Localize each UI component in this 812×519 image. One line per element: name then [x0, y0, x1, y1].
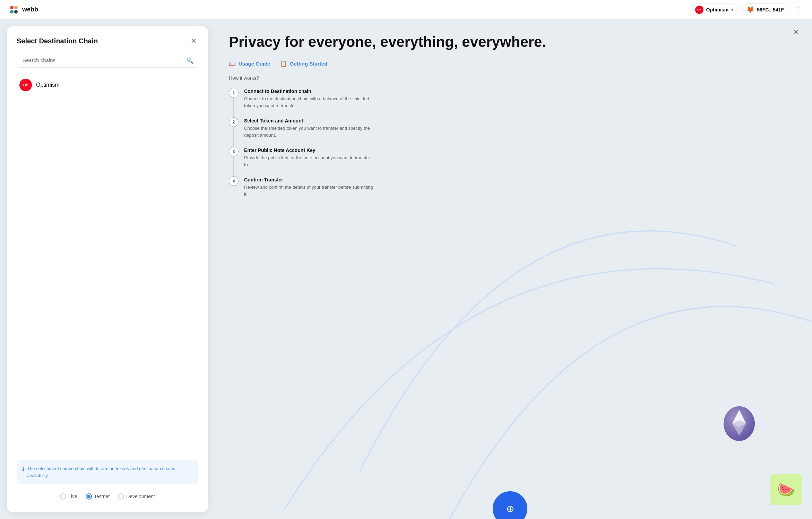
step-1-title: Connect to Destination chain — [244, 88, 376, 94]
wallet-address: 58FC...541F — [757, 7, 784, 12]
search-input[interactable] — [17, 53, 198, 68]
radio-development-label: Development — [126, 494, 155, 499]
panel-close-icon: ✕ — [793, 28, 799, 36]
getting-started-link[interactable]: 📋 Getting Started — [280, 60, 327, 67]
step-4: 4 Confirm Transfer Review and confirm th… — [229, 176, 791, 206]
step-4-circle: 4 — [229, 176, 239, 186]
step-3-desc: Provide the public key for the note acco… — [244, 154, 376, 168]
search-icon: 🔍 — [187, 57, 193, 63]
more-icon: ⋮ — [795, 6, 801, 14]
step-3-title: Enter Public Note Account Key — [244, 147, 376, 153]
wallet-button[interactable]: 🦊 58FC...541F — [742, 3, 788, 16]
header: webb OP Optimism ▾ 🦊 58FC...541F ⋮ — [0, 0, 812, 19]
radio-testnet[interactable]: Testnet — [86, 493, 110, 500]
usage-guide-icon: 📖 — [229, 60, 236, 67]
info-box: ℹ The selection of source chain will det… — [17, 460, 198, 484]
step-2-title: Select Token and Amount — [244, 118, 376, 124]
chevron-down-icon: ▾ — [731, 7, 733, 12]
info-text: The selection of source chain will deter… — [27, 465, 193, 479]
radio-development-outer — [118, 493, 124, 500]
select-destination-chain-modal: Select Destination Chain ✕ 🔍 OP Optimism… — [7, 26, 208, 512]
optimism-logo: OP — [19, 79, 32, 91]
close-icon: ✕ — [191, 37, 197, 45]
step-1: 1 Connect to Destination chain Connect t… — [229, 88, 791, 117]
getting-started-label: Getting Started — [290, 61, 327, 67]
step-1-desc: Connect to the destination chain with a … — [244, 95, 376, 109]
logo-text: webb — [22, 6, 38, 13]
step-4-desc: Review and confirm the details of your t… — [244, 184, 376, 197]
watermelon-card-decoration: 🍉 — [770, 474, 802, 505]
step-2-left: 2 — [229, 117, 239, 147]
modal-header: Select Destination Chain ✕ — [17, 36, 198, 46]
radio-testnet-outer — [86, 493, 92, 500]
step-3-line — [233, 156, 234, 176]
radio-live[interactable]: Live — [60, 493, 77, 500]
main-content: Select Destination Chain ✕ 🔍 OP Optimism… — [0, 19, 812, 519]
chain-item-optimism[interactable]: OP Optimism — [17, 75, 198, 95]
metamask-icon: 🦊 — [746, 6, 754, 14]
step-4-content: Confirm Transfer Review and confirm the … — [244, 176, 376, 206]
radio-live-label: Live — [68, 494, 77, 499]
svg-point-2 — [10, 10, 14, 14]
usage-guide-label: Usage Guide — [239, 61, 270, 67]
svg-point-1 — [14, 6, 18, 9]
usage-guide-link[interactable]: 📖 Usage Guide — [229, 60, 270, 67]
radio-testnet-inner — [87, 495, 90, 498]
hero-title: Privacy for everyone, everything, everyw… — [229, 33, 791, 51]
step-1-content: Connect to Destination chain Connect to … — [244, 88, 376, 117]
step-2-circle: 2 — [229, 117, 239, 127]
op-badge: OP — [695, 6, 703, 14]
step-3: 3 Enter Public Note Account Key Provide … — [229, 147, 791, 176]
step-2: 2 Select Token and Amount Choose the shi… — [229, 117, 791, 147]
how-it-works-label: How it works? — [229, 75, 791, 81]
guide-links: 📖 Usage Guide 📋 Getting Started — [229, 60, 791, 67]
header-controls: OP Optimism ▾ 🦊 58FC...541F ⋮ — [691, 3, 804, 16]
webb-circle-decoration: ⊕ — [493, 491, 527, 519]
more-options-button[interactable]: ⋮ — [793, 4, 804, 15]
chain-selector[interactable]: OP Optimism ▾ — [691, 3, 738, 16]
svg-point-0 — [10, 6, 14, 9]
radio-testnet-label: Testnet — [94, 494, 110, 499]
steps-list: 1 Connect to Destination chain Connect t… — [229, 88, 791, 206]
network-radio-group: Live Testnet Development — [17, 491, 198, 502]
chain-list: OP Optimism — [17, 75, 198, 453]
chain-name: Optimism — [706, 7, 729, 12]
panel-close-button[interactable]: ✕ — [791, 26, 802, 37]
svg-point-3 — [14, 10, 18, 14]
radio-development[interactable]: Development — [118, 493, 155, 500]
step-3-left: 3 — [229, 147, 239, 176]
step-1-line — [233, 97, 234, 117]
step-4-title: Confirm Transfer — [244, 177, 376, 182]
logo: webb — [8, 4, 38, 15]
step-1-left: 1 — [229, 88, 239, 117]
step-2-content: Select Token and Amount Choose the shiel… — [244, 117, 376, 147]
getting-started-icon: 📋 — [280, 60, 287, 67]
step-2-line — [233, 127, 234, 147]
step-3-content: Enter Public Note Account Key Provide th… — [244, 147, 376, 176]
step-3-circle: 3 — [229, 147, 239, 156]
chain-item-name: Optimism — [36, 82, 60, 88]
step-1-circle: 1 — [229, 88, 239, 97]
modal-close-button[interactable]: ✕ — [189, 36, 198, 46]
eth-orb-decoration — [722, 405, 757, 443]
webb-logo-icon — [8, 4, 19, 15]
modal-title: Select Destination Chain — [17, 37, 98, 45]
step-4-left: 4 — [229, 176, 239, 206]
info-icon: ℹ — [22, 466, 24, 472]
radio-live-outer — [60, 493, 66, 500]
search-container: 🔍 — [17, 53, 198, 68]
step-2-desc: Choose the shielded token you want to tr… — [244, 125, 376, 138]
right-panel: ✕ Privacy for everyone, everything, ever… — [208, 19, 812, 519]
